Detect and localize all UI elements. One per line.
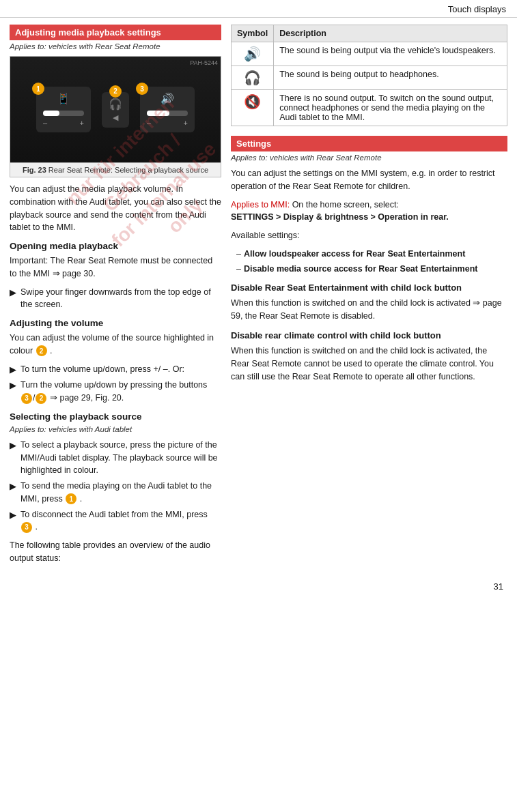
page-header: Touch displays: [0, 0, 517, 18]
right-column: Symbol Description 🔊 The sound is being …: [231, 25, 507, 570]
symbol-cell-1: 🔊: [232, 42, 274, 66]
dash-sym-1: –: [236, 248, 241, 261]
left-section-applies: Applies to: vehicles with Rear Seat Remo…: [10, 42, 221, 50]
applies-mmi-label: Applies to MMI:: [231, 200, 290, 209]
settings-applies: Applies to: vehicles with Rear Seat Remo…: [231, 154, 507, 162]
available-settings: Available settings:: [231, 229, 507, 242]
page-number: 31: [494, 581, 503, 592]
climate-text: When this function is switched on and th…: [231, 345, 507, 383]
col-description: Description: [274, 25, 507, 42]
table-row: 🔊 The sound is being output via the vehi…: [232, 42, 507, 66]
dash-item-1: – Allow loudspeaker access for Rear Seat…: [236, 248, 507, 261]
arrow-icon-2: ▶: [10, 364, 16, 377]
tablet-icon: 📱: [57, 92, 70, 105]
control-unit-2: 2 🎧 ◀: [102, 92, 129, 128]
arrow-icon-4: ▶: [10, 439, 16, 477]
badge-3: 3: [136, 83, 148, 95]
heading-disable-entertainment: Disable Rear Seat Entertainment with chi…: [231, 282, 507, 294]
bullet-swipe: ▶ Swipe your finger downwards from the t…: [10, 286, 221, 312]
symbol-table: Symbol Description 🔊 The sound is being …: [231, 25, 507, 126]
badge-2: 2: [109, 85, 122, 98]
symbol-cell-2: 🎧: [232, 66, 274, 90]
arrow-icon-1: ▶: [10, 287, 16, 312]
table-row: 🎧 The sound is being output to headphone…: [232, 66, 507, 90]
table-row: 🔇 There is no sound output. To switch on…: [232, 90, 507, 126]
arrow-icon-6: ▶: [10, 509, 16, 534]
page-title: Touch displays: [448, 4, 506, 14]
heading-selecting: Selecting the playback source: [10, 411, 221, 422]
heading-opening: Opening media playback: [10, 241, 221, 251]
left-section-title: Adjusting media playback settings: [15, 27, 161, 38]
volume-bar-1: [43, 111, 84, 116]
circle-3b: 3: [21, 522, 32, 533]
bullet-sel2: ▶ To send the media playing on the Audi …: [10, 480, 221, 506]
arrow-icon-3: ▶: [10, 379, 16, 405]
table-intro: The following table provides an overview…: [10, 539, 221, 565]
left-section-header: Adjusting media playback settings: [10, 25, 221, 40]
figure-image: 1 📱 –+ 2 🎧 ◀ 3: [10, 57, 221, 162]
bullet-vol2: ▶ Turn the volume up/down by pressing th…: [10, 379, 221, 405]
desc-cell-2: The sound is being output to headphones.: [274, 66, 507, 90]
settings-section-header: Settings: [231, 136, 507, 151]
control-unit-1: 1 📱 –+: [36, 87, 91, 132]
plus-minus-3: –+: [147, 119, 188, 127]
settings-para1: You can adjust the settings on the MMI s…: [231, 167, 507, 193]
circle-1: 1: [66, 493, 76, 504]
device-panel: 1 📱 –+ 2 🎧 ◀ 3: [10, 57, 221, 162]
settings-title: Settings: [236, 139, 271, 149]
headphone-icon: 🎧: [109, 98, 122, 111]
loudspeaker-icon: 🔊: [244, 46, 261, 61]
opening-text: Important: The Rear Seat Remote must be …: [10, 255, 221, 280]
dash-text-1: Allow loudspeaker access for Rear Seat E…: [244, 248, 465, 261]
bullet-swipe-text: Swipe your finger downwards from the top…: [20, 286, 221, 312]
speaker-icon-small: 🔊: [160, 92, 174, 105]
settings-path: SETTINGS > Display & brightness > Operat…: [231, 212, 449, 222]
main-layout: Adjusting media playback settings Applie…: [0, 18, 517, 577]
device-sim: 1 📱 –+ 2 🎧 ◀ 3: [10, 57, 221, 162]
volume-text-part2: .: [50, 346, 52, 356]
arrow-icon-5: ▶: [10, 480, 16, 506]
plus-minus-1: –+: [43, 119, 84, 127]
circle-2b: 2: [36, 393, 46, 404]
page-number-area: 31: [0, 577, 517, 596]
dash-text-2: Disable media source access for Rear Sea…: [244, 263, 478, 276]
left-para1: You can adjust the media playback volume…: [10, 183, 221, 234]
bullet-vol1-text: To turn the volume up/down, press +/ –. …: [20, 363, 184, 377]
heading-disable-climate: Disable rear climate control with child …: [231, 330, 507, 342]
col-symbol: Symbol: [232, 25, 274, 42]
dash-sym-2: –: [236, 263, 241, 276]
settings-section: Settings Applies to: vehicles with Rear …: [231, 136, 507, 383]
control-unit-3: 3 🔊 –+: [140, 87, 195, 132]
bullet-sel3-text: To disconnect the Audi tablet from the M…: [20, 508, 221, 534]
headphones-icon: 🎧: [244, 70, 261, 85]
left-column: Adjusting media playback settings Applie…: [10, 25, 221, 570]
entertainment-text: When this function is switched on and th…: [231, 297, 507, 323]
symbol-cell-3: 🔇: [232, 90, 274, 126]
circle-3: 3: [21, 393, 32, 404]
bullet-vol1: ▶ To turn the volume up/down, press +/ –…: [10, 363, 221, 377]
figure-caption: Fig. 23 Rear Seat Remote: Selecting a pl…: [10, 162, 221, 177]
badge-1: 1: [32, 83, 44, 95]
bullet-sel1-text: To select a playback source, press the p…: [20, 439, 221, 477]
volume-text: You can adjust the volume of the source …: [10, 332, 221, 358]
dash-list: – Allow loudspeaker access for Rear Seat…: [236, 248, 507, 276]
figure-label: Fig. 23: [23, 166, 46, 174]
bullet-sel2-text: To send the media playing on the Audi ta…: [20, 480, 221, 506]
mute-icon: 🔇: [244, 94, 261, 109]
desc-cell-3: There is no sound output. To switch on t…: [274, 90, 507, 126]
heading-volume: Adjusting the volume: [10, 318, 221, 328]
bullet-vol2-text: Turn the volume up/down by pressing the …: [20, 379, 221, 405]
settings-applies-mmi: Applies to MMI: On the home screen, sele…: [231, 199, 507, 224]
applies-mmi-text: On the home screen, select:: [292, 200, 399, 209]
desc-cell-1: The sound is being output via the vehicl…: [274, 42, 507, 66]
dash-item-2: – Disable media source access for Rear S…: [236, 263, 507, 276]
figure-caption-text: Rear Seat Remote: Selecting a playback s…: [48, 166, 208, 174]
selecting-applies: Applies to: vehicles with Audi tablet: [10, 425, 221, 433]
device-label: PAH-5244: [190, 59, 218, 66]
bullet-sel3: ▶ To disconnect the Audi tablet from the…: [10, 508, 221, 534]
bullet-sel1: ▶ To select a playback source, press the…: [10, 439, 221, 477]
circle-2: 2: [36, 345, 47, 356]
figure-box: 1 📱 –+ 2 🎧 ◀ 3: [10, 56, 221, 177]
volume-bar-3: [147, 111, 188, 116]
